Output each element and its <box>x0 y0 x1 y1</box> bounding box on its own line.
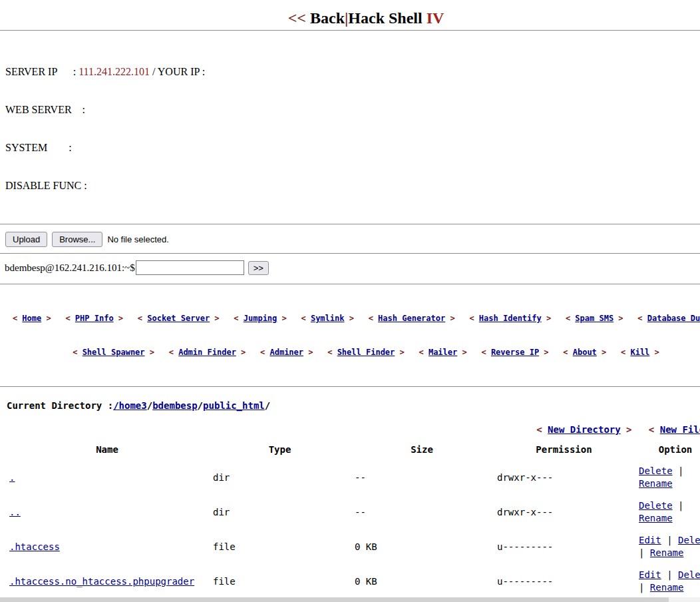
name-cell: .htaccess.no_htaccess.phpupgrader <box>5 564 209 599</box>
nav-link-database-dump[interactable]: Database Dump <box>647 314 700 323</box>
rename-link[interactable]: Rename <box>650 547 684 558</box>
nav-link-php-info[interactable]: PHP Info <box>75 314 114 323</box>
nav-row-1: < Home > < PHP Info > < Socket Server > … <box>0 313 700 324</box>
size-cell: -- <box>351 495 493 529</box>
current-directory-label: Current Directory : <box>7 400 113 411</box>
nav-link-hash-identify[interactable]: Hash Identify <box>479 314 542 323</box>
type-cell: dir <box>209 495 351 529</box>
type-cell: file <box>209 564 351 599</box>
horizontal-scrollbar[interactable] <box>0 597 700 602</box>
directory-path: /home3/bdembesp/public_html/ <box>113 400 270 411</box>
web-server-line: WEB SERVER : <box>5 103 700 116</box>
type-cell: file <box>209 529 351 564</box>
permission-cell: drwxr-x--- <box>493 460 635 495</box>
server-ip-line: SERVER IP : 111.241.222.101 / YOUR IP : <box>5 65 700 78</box>
table-row: .htaccess.no_htaccess.phpupgraderfile0 K… <box>5 564 700 599</box>
file-link[interactable]: .htaccess.no_htaccess.phpupgrader <box>9 576 194 587</box>
nav-link-home[interactable]: Home <box>22 314 41 323</box>
nav-link-shell-spawner[interactable]: Shell Spawner <box>83 348 145 357</box>
option-cell: Edit | Delete | Rename <box>635 529 700 564</box>
nav-link-socket-server[interactable]: Socket Server <box>147 314 210 323</box>
main-nav: < Home > < PHP Info > < Socket Server > … <box>0 290 700 381</box>
right-angle: > <box>621 424 632 435</box>
name-cell: .htaccess <box>5 529 209 564</box>
delete-link[interactable]: Delete <box>639 500 673 511</box>
rename-link[interactable]: Rename <box>650 582 684 593</box>
divider <box>0 224 700 224</box>
file-table-body: .dir--drwxr-x---Delete | Rename..dir--dr… <box>5 460 700 602</box>
terminal-prompt: bdembesp@162.241.216.101:~$ <box>5 262 135 274</box>
option-cell: Edit | Delete | Rename <box>635 564 700 599</box>
current-directory: Current Directory :/home3/bdembesp/publi… <box>7 400 700 411</box>
column-header-size: Size <box>351 439 493 460</box>
column-header-type: Type <box>209 439 351 460</box>
file-link[interactable]: . <box>9 472 15 483</box>
rename-link[interactable]: Rename <box>639 478 673 489</box>
edit-link[interactable]: Edit <box>639 535 661 545</box>
option-cell: Delete | Rename <box>635 460 700 495</box>
file-table: NameTypeSizePermissionOption .dir--drwxr… <box>5 439 700 602</box>
browse-button[interactable]: Browse... <box>52 232 102 247</box>
file-table-header-row: NameTypeSizePermissionOption <box>5 439 700 460</box>
divider <box>0 30 700 31</box>
terminal-form: bdembesp@162.241.216.101:~$ >> <box>5 260 700 276</box>
file-link[interactable]: .. <box>9 507 21 517</box>
nav-link-jumping[interactable]: Jumping <box>244 314 277 323</box>
permission-cell: u--------- <box>493 564 635 599</box>
nav-link-admin-finder[interactable]: Admin Finder <box>178 348 236 357</box>
size-cell: 0 KB <box>351 564 493 599</box>
nav-link-hash-generator[interactable]: Hash Generator <box>378 314 445 323</box>
table-row: .dir--drwxr-x---Delete | Rename <box>5 460 700 495</box>
nav-link-symlink[interactable]: Symlink <box>311 314 345 323</box>
type-cell: dir <box>209 460 351 495</box>
delete-link[interactable]: Delete <box>678 535 700 545</box>
title-part1: Back <box>310 9 345 27</box>
system-line: SYSTEM : <box>5 141 700 154</box>
title-version: IV <box>427 9 444 27</box>
name-cell: . <box>5 460 209 495</box>
new-directory-link[interactable]: New Directory <box>548 424 621 435</box>
horizontal-scrollbar-thumb[interactable] <box>0 597 669 602</box>
new-file-link[interactable]: New File <box>660 424 700 435</box>
nav-link-spam-sms[interactable]: Spam SMS <box>575 314 613 323</box>
option-cell: Delete | Rename <box>635 495 700 529</box>
directory-path-link-bdembesp[interactable]: bdembesp <box>152 400 197 411</box>
nav-link-adminer[interactable]: Adminer <box>269 348 303 357</box>
command-input[interactable] <box>136 260 244 275</box>
name-cell: .. <box>5 495 209 529</box>
column-header-permission: Permission <box>493 439 635 460</box>
file-actions: < New Directory > < New File > <box>0 424 700 435</box>
table-row: ..dir--drwxr-x---Delete | Rename <box>5 495 700 529</box>
edit-link[interactable]: Edit <box>639 569 661 580</box>
directory-path-link-public-html[interactable]: public_html <box>203 400 265 411</box>
server-info: SERVER IP : 111.241.222.101 / YOUR IP : … <box>5 40 700 217</box>
disable-func-line: DISABLE FUNC : <box>5 179 700 192</box>
left-angle: < <box>536 424 548 435</box>
nav-link-shell-finder[interactable]: Shell Finder <box>337 348 395 357</box>
nav-link-reverse-ip[interactable]: Reverse IP <box>491 348 539 357</box>
title-back-arrows: << <box>288 9 310 27</box>
server-ip-label: SERVER IP : <box>5 66 79 77</box>
size-cell: -- <box>351 460 493 495</box>
size-cell: 0 KB <box>351 529 493 564</box>
directory-path-link-home3[interactable]: /home3 <box>113 400 147 411</box>
nav-link-mailer[interactable]: Mailer <box>429 348 457 357</box>
divider <box>0 386 700 387</box>
column-header-name: Name <box>5 439 209 460</box>
nav-link-kill[interactable]: Kill <box>630 348 649 357</box>
your-ip-label: / YOUR IP : <box>150 66 205 77</box>
upload-form: Upload Browse... No file selected. <box>5 231 700 247</box>
left-angle: < <box>649 424 660 435</box>
page-title: << Back|Hack Shell IV <box>0 0 700 23</box>
file-link[interactable]: .htaccess <box>9 541 60 552</box>
delete-link[interactable]: Delete <box>678 569 700 580</box>
delete-link[interactable]: Delete <box>639 465 673 476</box>
divider <box>0 284 700 284</box>
divider <box>0 253 700 254</box>
permission-cell: drwxr-x--- <box>493 495 635 529</box>
upload-button[interactable]: Upload <box>5 232 47 247</box>
rename-link[interactable]: Rename <box>639 513 673 523</box>
title-part2: Hack Shell <box>348 9 426 27</box>
nav-link-about[interactable]: About <box>573 348 597 357</box>
run-command-button[interactable]: >> <box>248 261 269 275</box>
